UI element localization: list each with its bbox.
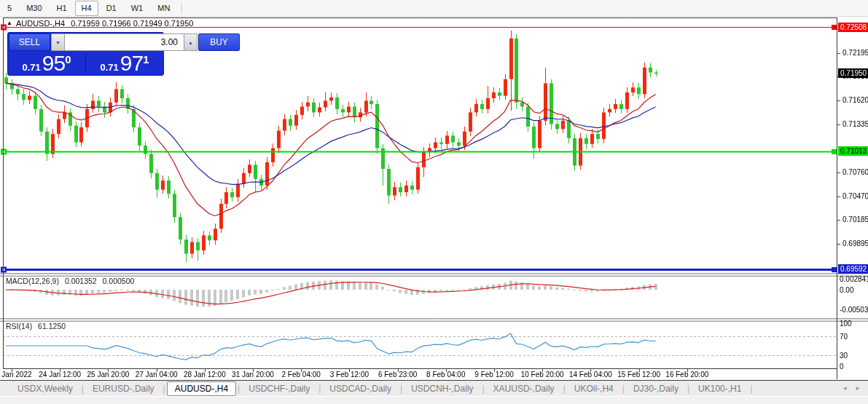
symbol-tab-usdchf[interactable]: USDCHF-,Daily (241, 382, 317, 395)
rsi-axis-label: 70 (840, 333, 848, 341)
tab-separator: | (750, 384, 752, 394)
price-tick-label: 0.71335 (842, 120, 868, 128)
price-badge: 0.72508 (838, 23, 868, 32)
timeframe-button-5[interactable]: 5 (1, 1, 18, 16)
rsi-name: RSI(14) (6, 322, 32, 330)
one-click-trade-panel: SELL ▼ ▲ BUY 0.71 95 0 0.71 97 1 (7, 32, 164, 76)
sell-price[interactable]: 0.71 95 0 (8, 52, 85, 75)
tab-separator: | (318, 384, 321, 394)
symbol-tab-ukoil[interactable]: UKOil-,H4 (567, 382, 621, 395)
macd-axis-label: 0.00 (840, 286, 853, 294)
time-axis-label: 24 Jan 12:00 (39, 371, 81, 379)
price-tick-label: 0.70185 (842, 215, 868, 223)
symbol-tab-usdcnh[interactable]: USDCNH-,Daily (404, 382, 480, 395)
time-axis-label: 6 Feb 23:00 (378, 371, 417, 379)
trade-panel-prices: 0.71 95 0 0.71 97 1 (8, 52, 163, 75)
timeframe-button-mn[interactable]: MN (151, 1, 176, 16)
macd-signal-value: 0.000500 (103, 277, 135, 285)
macd-label-row: MACD(12,26,9) 0.001352 0.000500 (6, 277, 138, 285)
rsi-axis-label: 100 (840, 320, 852, 328)
volume-input[interactable] (65, 33, 184, 51)
buy-price[interactable]: 0.71 97 1 (86, 52, 163, 75)
tab-separator: | (82, 384, 84, 394)
time-axis-label: 14 Feb 04:00 (569, 371, 612, 379)
tab-separator: | (400, 384, 402, 394)
timeframe-toolbar: 5M30H1H4D1W1MN (0, 0, 868, 17)
macd-name: MACD(12,26,9) (6, 277, 59, 285)
macd-axis-label: -0.005032 (840, 306, 868, 314)
rsi-axis-label: 30 (840, 352, 848, 360)
sell-price-prefix: 0.71 (22, 62, 40, 73)
buy-price-big: 97 (120, 54, 143, 73)
macd-axis-label: 0.002841 (840, 275, 868, 283)
tab-separator: | (622, 384, 625, 394)
timeframe-button-m30[interactable]: M30 (20, 1, 48, 16)
sell-price-big: 95 (42, 54, 65, 73)
time-axis-label: 3 Feb 12:00 (330, 371, 369, 379)
timeframe-button-d1[interactable]: D1 (100, 1, 123, 16)
price-tick-label: 0.70470 (842, 192, 868, 200)
volume-increase-button[interactable]: ▲ (184, 33, 198, 51)
price-badge: 0.71013 (838, 146, 868, 156)
time-axis-label: 31 Jan 20:00 (232, 371, 274, 379)
time-axis-label: 21 Jan 2022 (0, 371, 32, 379)
time-axis-label: 28 Jan 12:00 (184, 371, 226, 379)
tab-separator: | (163, 384, 165, 394)
time-axis-label: 8 Feb 04:00 (426, 371, 465, 379)
tab-separator: | (563, 384, 566, 394)
status-strip (0, 396, 868, 404)
timeframe-button-h1[interactable]: H1 (50, 1, 74, 16)
symbol-tab-dj30[interactable]: DJ30-,Daily (626, 382, 686, 395)
timeframe-button-h4[interactable]: H4 (75, 1, 98, 16)
sell-price-pip: 0 (65, 55, 71, 64)
price-tick-label: 0.70760 (842, 168, 868, 176)
volume-decrease-button[interactable]: ▼ (51, 33, 65, 51)
buy-price-pip: 1 (143, 55, 149, 64)
time-axis-label: 2 Feb 04:00 (282, 371, 321, 379)
time-axis-label: 9 Feb 12:00 (474, 371, 513, 379)
rsi-label-row: RSI(14) 61.1250 (6, 322, 69, 330)
toolbar-separator (181, 2, 183, 14)
mt4-terminal-window: { "toolbar": { "timeframes": ["5", "M30"… (0, 0, 868, 404)
tab-separator: | (687, 384, 689, 394)
symbol-tab-bar: USDX,Weekly|EURUSD-,Daily|AUDUSD-,H4|USD… (0, 380, 868, 396)
time-axis-label: 25 Jan 20:00 (87, 371, 129, 379)
price-tick-label: 0.71620 (842, 96, 868, 104)
tabs-scroll-right-icon[interactable]: ► (855, 385, 861, 392)
price-tick-label: 0.69895 (842, 239, 868, 247)
price-badge: 0.69592 (838, 264, 868, 274)
sell-button[interactable]: SELL (9, 33, 50, 51)
time-axis-label: 27 Jan 04:00 (136, 371, 178, 379)
symbol-tab-usdx[interactable]: USDX,Weekly (10, 382, 80, 395)
buy-price-prefix: 0.71 (100, 62, 118, 73)
macd-value: 0.001352 (65, 277, 97, 285)
tab-separator: | (238, 384, 240, 394)
tab-separator: | (482, 384, 484, 394)
chart-symbol: AUDUSD-,H4 (16, 19, 65, 28)
timeframe-button-w1[interactable]: W1 (125, 1, 150, 16)
time-axis-label: 16 Feb 20:00 (665, 371, 708, 379)
symbol-tab-uk100[interactable]: UK100-,H1 (691, 382, 748, 395)
tabs-scroll-left-icon[interactable]: ◄ (842, 385, 848, 392)
symbol-tab-audusd[interactable]: AUDUSD-,H4 (167, 381, 236, 396)
buy-button[interactable]: BUY (198, 33, 240, 51)
price-badge: 0.71950 (838, 68, 868, 78)
rsi-value: 61.1250 (38, 322, 66, 330)
rsi-axis-label: 0 (840, 363, 844, 371)
trade-panel-controls: SELL ▼ ▲ BUY (8, 33, 163, 52)
symbol-tab-eurusd[interactable]: EURUSD-,Daily (85, 382, 162, 395)
price-tick-label: 0.72195 (842, 49, 868, 57)
chart-title: ▲ AUDUSD-,H4 0.71959 0.71966 0.71949 0.7… (7, 19, 193, 28)
symbol-tab-xauusd[interactable]: XAUUSD-,Daily (486, 382, 562, 395)
symbol-tab-usdcad[interactable]: USDCAD-,Daily (322, 382, 399, 395)
chart-marker-icon: ▲ (7, 20, 12, 27)
chart-ohlc-values: 0.71959 0.71966 0.71949 0.71950 (71, 19, 193, 28)
time-axis-label: 10 Feb 20:00 (521, 371, 564, 379)
time-axis-label: 15 Feb 12:00 (617, 371, 660, 379)
